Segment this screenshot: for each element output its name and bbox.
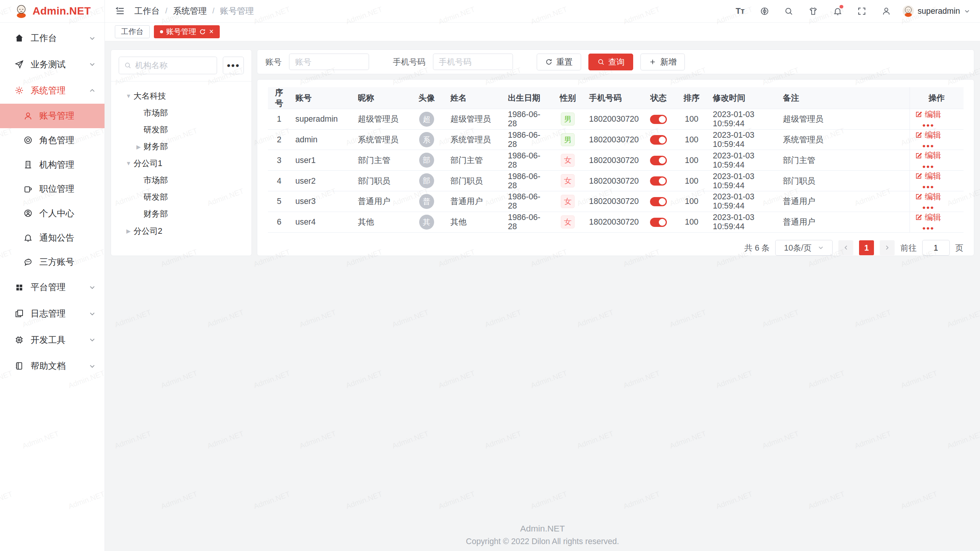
tree-more-button[interactable]: ●●● — [223, 57, 244, 74]
sidebar-item-role-mgmt[interactable]: 角色管理 — [0, 128, 105, 153]
status-toggle[interactable] — [650, 115, 667, 124]
org-tree-toolbar: ●●● — [111, 50, 252, 82]
goto-page-input[interactable] — [922, 240, 950, 256]
person-icon[interactable] — [878, 3, 894, 19]
tree-node[interactable]: ▶财务部 — [115, 138, 248, 155]
refresh-icon — [545, 58, 553, 66]
sidebar-item-third-party-account[interactable]: 三方账号 — [0, 250, 105, 274]
chevron-down-icon — [89, 310, 96, 317]
chevron-down-icon — [89, 284, 96, 291]
footer-copyright: Copyright © 2022 Dilon All rights reserv… — [105, 537, 980, 546]
avatar: 部 — [419, 153, 434, 168]
sidebar-item-position-mgmt[interactable]: 职位管理 — [0, 177, 105, 201]
col-modified: 修改时间 — [708, 87, 778, 109]
account-filter-label: 账号 — [265, 57, 281, 67]
theme-tshirt-icon[interactable] — [805, 3, 821, 19]
more-actions-button[interactable]: ●●● — [922, 184, 934, 190]
status-toggle[interactable] — [650, 156, 667, 165]
app-logo[interactable]: Admin.NET — [0, 0, 105, 23]
query-button[interactable]: 查询 — [588, 54, 633, 70]
sidebar-item-help-docs[interactable]: 帮助文档 — [0, 353, 105, 379]
monk-logo-icon — [14, 3, 29, 18]
edit-button[interactable]: 编辑 — [915, 130, 941, 140]
sidebar-item-log-mgmt[interactable]: 日志管理 — [0, 300, 105, 327]
account-filter-input[interactable] — [289, 54, 369, 70]
building-icon — [23, 160, 33, 170]
tree-node[interactable]: 财务部 — [115, 205, 248, 222]
phone-filter-input[interactable] — [433, 54, 513, 70]
prev-page-button[interactable] — [838, 240, 853, 255]
sidebar-item-notice[interactable]: 通知公告 — [0, 225, 105, 250]
sidebar-item-org-mgmt[interactable]: 机构管理 — [0, 152, 105, 177]
notification-bell-icon[interactable] — [830, 3, 846, 19]
gear-icon — [15, 86, 24, 96]
search-icon[interactable] — [781, 3, 797, 19]
edit-button[interactable]: 编辑 — [915, 171, 941, 181]
reset-button[interactable]: 重置 — [537, 54, 581, 70]
breadcrumb-workbench[interactable]: 工作台 — [134, 5, 160, 17]
status-toggle[interactable] — [650, 135, 667, 144]
table-row: 6 user4 其他 其 其他 1986-06-28 女 18020030720… — [268, 212, 964, 232]
caret-down-icon[interactable]: ▼ — [124, 158, 134, 168]
status-toggle[interactable] — [650, 218, 667, 227]
tree-node[interactable]: 市场部 — [115, 104, 248, 121]
breadcrumb-system-mgmt[interactable]: 系统管理 — [173, 5, 207, 17]
page-size-select[interactable]: 10条/页 — [775, 240, 833, 256]
page-suffix-label: 页 — [955, 243, 963, 253]
sidebar-item-platform-mgmt[interactable]: 平台管理 — [0, 274, 105, 301]
tree-node[interactable]: 研发部 — [115, 121, 248, 138]
tree-node[interactable]: 研发部 — [115, 189, 248, 205]
tab-close-icon[interactable]: × — [209, 28, 214, 36]
avatar: 系 — [419, 132, 434, 147]
caret-down-icon[interactable]: ▼ — [124, 91, 134, 101]
sidebar-item-workbench[interactable]: 工作台 — [0, 25, 105, 51]
tab-workbench[interactable]: 工作台 — [115, 25, 149, 38]
page-number-1[interactable]: 1 — [859, 240, 874, 255]
chevron-down-icon — [89, 35, 96, 42]
tree-node[interactable]: ▶分公司2 — [115, 223, 248, 240]
tree-node[interactable]: 市场部 — [115, 172, 248, 189]
edit-button[interactable]: 编辑 — [915, 212, 941, 223]
caret-right-icon[interactable]: ▶ — [124, 226, 134, 236]
edit-button[interactable]: 编辑 — [915, 191, 941, 202]
fullscreen-icon[interactable] — [854, 3, 870, 19]
col-status: 状态 — [642, 87, 675, 109]
next-page-button[interactable] — [880, 240, 895, 255]
tab-refresh-icon[interactable] — [199, 28, 206, 35]
user-menu[interactable]: superadmin — [903, 5, 970, 16]
sidebar-item-dev-tools[interactable]: 开发工具 — [0, 327, 105, 353]
add-button[interactable]: 新增 — [640, 54, 685, 70]
tab-account-mgmt[interactable]: 账号管理 × — [154, 25, 220, 38]
sidebar-item-business-test[interactable]: 业务测试 — [0, 51, 105, 78]
col-nickname: 昵称 — [353, 87, 408, 109]
more-actions-button[interactable]: ●●● — [922, 204, 934, 210]
status-toggle[interactable] — [650, 176, 667, 186]
sidebar-item-account-mgmt[interactable]: 账号管理 — [0, 104, 105, 128]
avatar: 其 — [419, 215, 434, 230]
language-icon[interactable] — [756, 3, 773, 19]
total-count: 共 6 条 — [745, 243, 770, 253]
caret-right-icon[interactable]: ▶ — [134, 142, 144, 152]
org-search-input[interactable] — [135, 61, 212, 70]
filter-bar: 账号 手机号码 重置 查询 新增 — [257, 49, 974, 74]
more-actions-button[interactable]: ●●● — [922, 225, 934, 231]
menu-fold-icon[interactable] — [115, 6, 126, 16]
org-tree: ▼大名科技 市场部 研发部 ▶财务部 ▼分公司1 市场部 研发部 财务部 ▶分公… — [111, 82, 252, 246]
sidebar-item-system-mgmt[interactable]: 系统管理 — [0, 77, 105, 104]
status-toggle[interactable] — [650, 197, 667, 206]
sidebar-item-profile-center[interactable]: 个人中心 — [0, 201, 105, 226]
tree-node[interactable]: ▼大名科技 — [115, 88, 248, 104]
tree-node[interactable]: ▼分公司1 — [115, 155, 248, 172]
edit-button[interactable]: 编辑 — [915, 150, 941, 161]
caret-placeholder — [134, 175, 144, 185]
chevron-down-icon — [89, 61, 96, 68]
more-actions-button[interactable]: ●●● — [922, 143, 934, 149]
chat-bubble-icon — [23, 257, 33, 267]
more-actions-button[interactable]: ●●● — [922, 163, 934, 170]
more-actions-button[interactable]: ●●● — [922, 122, 934, 128]
org-search-box[interactable] — [119, 57, 217, 74]
font-size-icon[interactable]: Tт — [732, 3, 748, 19]
caret-placeholder — [134, 108, 144, 118]
edit-button[interactable]: 编辑 — [915, 109, 941, 120]
home-icon — [15, 33, 24, 43]
